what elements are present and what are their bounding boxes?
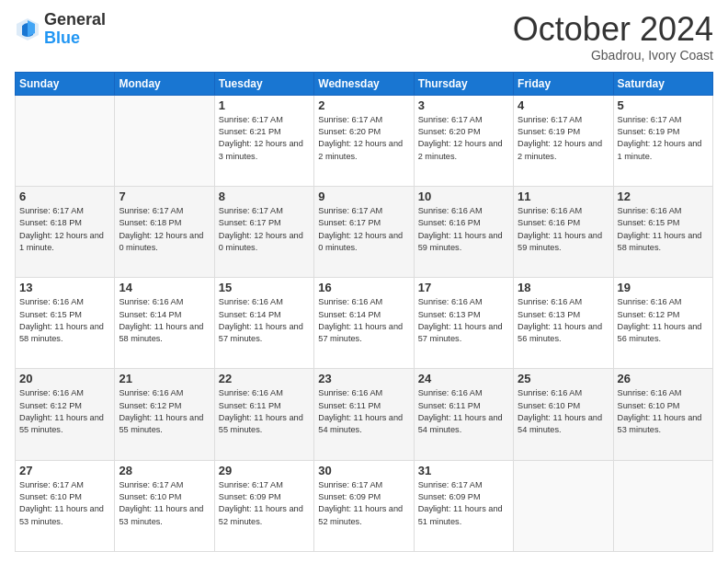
weekday-header-friday: Friday [514,72,613,95]
cell-info: Sunrise: 6:16 AMSunset: 6:11 PMDaylight:… [418,387,509,436]
calendar-cell: 4Sunrise: 6:17 AMSunset: 6:19 PMDaylight… [514,95,613,186]
calendar-cell: 19Sunrise: 6:16 AMSunset: 6:12 PMDayligh… [613,278,712,369]
calendar-cell: 21Sunrise: 6:16 AMSunset: 6:12 PMDayligh… [115,369,214,460]
calendar-cell: 12Sunrise: 6:16 AMSunset: 6:15 PMDayligh… [613,186,712,277]
day-number: 12 [618,190,709,203]
day-number: 6 [19,190,110,203]
cell-info: Sunrise: 6:17 AMSunset: 6:20 PMDaylight:… [318,114,409,163]
cell-info: Sunrise: 6:16 AMSunset: 6:14 PMDaylight:… [318,296,409,345]
cell-info: Sunrise: 6:17 AMSunset: 6:09 PMDaylight:… [219,479,310,528]
cell-info: Sunrise: 6:17 AMSunset: 6:19 PMDaylight:… [618,114,709,163]
cell-info: Sunrise: 6:17 AMSunset: 6:18 PMDaylight:… [19,205,110,254]
day-number: 18 [518,281,609,294]
calendar-cell: 25Sunrise: 6:16 AMSunset: 6:10 PMDayligh… [514,369,613,460]
day-number: 7 [119,190,210,203]
calendar-week-row: 20Sunrise: 6:16 AMSunset: 6:12 PMDayligh… [16,369,713,460]
day-number: 3 [418,98,509,112]
day-number: 2 [318,98,409,112]
calendar-week-row: 6Sunrise: 6:17 AMSunset: 6:18 PMDaylight… [16,186,713,277]
logo-text: General Blue [44,11,106,48]
day-number: 4 [518,98,609,112]
cell-info: Sunrise: 6:17 AMSunset: 6:18 PMDaylight:… [119,205,210,254]
calendar-cell: 14Sunrise: 6:16 AMSunset: 6:14 PMDayligh… [115,278,214,369]
day-number: 23 [318,372,409,385]
cell-info: Sunrise: 6:16 AMSunset: 6:15 PMDaylight:… [19,296,110,345]
cell-info: Sunrise: 6:17 AMSunset: 6:10 PMDaylight:… [19,479,110,528]
calendar-cell: 3Sunrise: 6:17 AMSunset: 6:20 PMDaylight… [414,95,513,186]
day-number: 19 [618,281,709,294]
day-number: 13 [19,281,110,294]
calendar-week-row: 1Sunrise: 6:17 AMSunset: 6:21 PMDaylight… [16,95,713,186]
day-number: 30 [318,464,409,477]
calendar-cell [16,95,115,186]
calendar-cell: 6Sunrise: 6:17 AMSunset: 6:18 PMDaylight… [16,186,115,277]
calendar-cell: 30Sunrise: 6:17 AMSunset: 6:09 PMDayligh… [314,460,414,551]
day-number: 1 [219,98,310,112]
calendar-cell: 27Sunrise: 6:17 AMSunset: 6:10 PMDayligh… [16,460,115,551]
cell-info: Sunrise: 6:16 AMSunset: 6:10 PMDaylight:… [618,387,709,436]
calendar-cell [115,95,214,186]
cell-info: Sunrise: 6:16 AMSunset: 6:16 PMDaylight:… [518,205,609,254]
calendar-cell: 5Sunrise: 6:17 AMSunset: 6:19 PMDaylight… [613,95,712,186]
day-number: 20 [19,372,110,385]
calendar-cell: 9Sunrise: 6:17 AMSunset: 6:17 PMDaylight… [314,186,414,277]
day-number: 31 [418,464,509,477]
logo: General Blue [15,11,106,48]
weekday-header-saturday: Saturday [613,72,712,95]
cell-info: Sunrise: 6:16 AMSunset: 6:15 PMDaylight:… [618,205,709,254]
cell-info: Sunrise: 6:16 AMSunset: 6:13 PMDaylight:… [418,296,509,345]
day-number: 10 [418,190,509,203]
cell-info: Sunrise: 6:16 AMSunset: 6:12 PMDaylight:… [19,387,110,436]
day-number: 28 [119,464,210,477]
logo-icon [15,17,40,42]
calendar-cell [613,460,712,551]
calendar-cell: 1Sunrise: 6:17 AMSunset: 6:21 PMDaylight… [214,95,313,186]
calendar-cell: 16Sunrise: 6:16 AMSunset: 6:14 PMDayligh… [314,278,414,369]
cell-info: Sunrise: 6:17 AMSunset: 6:21 PMDaylight:… [219,114,310,163]
day-number: 21 [119,372,210,385]
weekday-header-tuesday: Tuesday [214,72,313,95]
day-number: 11 [518,190,609,203]
cell-info: Sunrise: 6:17 AMSunset: 6:17 PMDaylight:… [219,205,310,254]
cell-info: Sunrise: 6:17 AMSunset: 6:19 PMDaylight:… [518,114,609,163]
cell-info: Sunrise: 6:17 AMSunset: 6:17 PMDaylight:… [318,205,409,254]
title-block: October 2024 Gbadrou, Ivory Coast [513,11,713,63]
calendar-cell: 11Sunrise: 6:16 AMSunset: 6:16 PMDayligh… [514,186,613,277]
cell-info: Sunrise: 6:17 AMSunset: 6:20 PMDaylight:… [418,114,509,163]
day-number: 24 [418,372,509,385]
cell-info: Sunrise: 6:16 AMSunset: 6:13 PMDaylight:… [518,296,609,345]
calendar-cell: 31Sunrise: 6:17 AMSunset: 6:09 PMDayligh… [414,460,513,551]
cell-info: Sunrise: 6:17 AMSunset: 6:10 PMDaylight:… [119,479,210,528]
cell-info: Sunrise: 6:16 AMSunset: 6:12 PMDaylight:… [119,387,210,436]
day-number: 17 [418,281,509,294]
cell-info: Sunrise: 6:17 AMSunset: 6:09 PMDaylight:… [318,479,409,528]
calendar-cell: 17Sunrise: 6:16 AMSunset: 6:13 PMDayligh… [414,278,513,369]
day-number: 27 [19,464,110,477]
day-number: 9 [318,190,409,203]
calendar-week-row: 27Sunrise: 6:17 AMSunset: 6:10 PMDayligh… [16,460,713,551]
cell-info: Sunrise: 6:17 AMSunset: 6:09 PMDaylight:… [418,479,509,528]
weekday-header-wednesday: Wednesday [314,72,414,95]
weekday-header-sunday: Sunday [16,72,115,95]
cell-info: Sunrise: 6:16 AMSunset: 6:10 PMDaylight:… [518,387,609,436]
cell-info: Sunrise: 6:16 AMSunset: 6:11 PMDaylight:… [318,387,409,436]
month-title: October 2024 [513,11,713,48]
calendar-week-row: 13Sunrise: 6:16 AMSunset: 6:15 PMDayligh… [16,278,713,369]
calendar-table: SundayMondayTuesdayWednesdayThursdayFrid… [15,72,713,552]
cell-info: Sunrise: 6:16 AMSunset: 6:16 PMDaylight:… [418,205,509,254]
day-number: 29 [219,464,310,477]
day-number: 15 [219,281,310,294]
calendar-cell: 28Sunrise: 6:17 AMSunset: 6:10 PMDayligh… [115,460,214,551]
calendar-cell: 8Sunrise: 6:17 AMSunset: 6:17 PMDaylight… [214,186,313,277]
calendar-cell: 29Sunrise: 6:17 AMSunset: 6:09 PMDayligh… [214,460,313,551]
cell-info: Sunrise: 6:16 AMSunset: 6:12 PMDaylight:… [618,296,709,345]
day-number: 8 [219,190,310,203]
calendar-cell: 23Sunrise: 6:16 AMSunset: 6:11 PMDayligh… [314,369,414,460]
weekday-header-row: SundayMondayTuesdayWednesdayThursdayFrid… [16,72,713,95]
cell-info: Sunrise: 6:16 AMSunset: 6:11 PMDaylight:… [219,387,310,436]
weekday-header-monday: Monday [115,72,214,95]
calendar-cell: 10Sunrise: 6:16 AMSunset: 6:16 PMDayligh… [414,186,513,277]
calendar-cell [514,460,613,551]
location: Gbadrou, Ivory Coast [513,48,713,63]
page: General Blue October 2024 Gbadrou, Ivory… [0,0,728,563]
